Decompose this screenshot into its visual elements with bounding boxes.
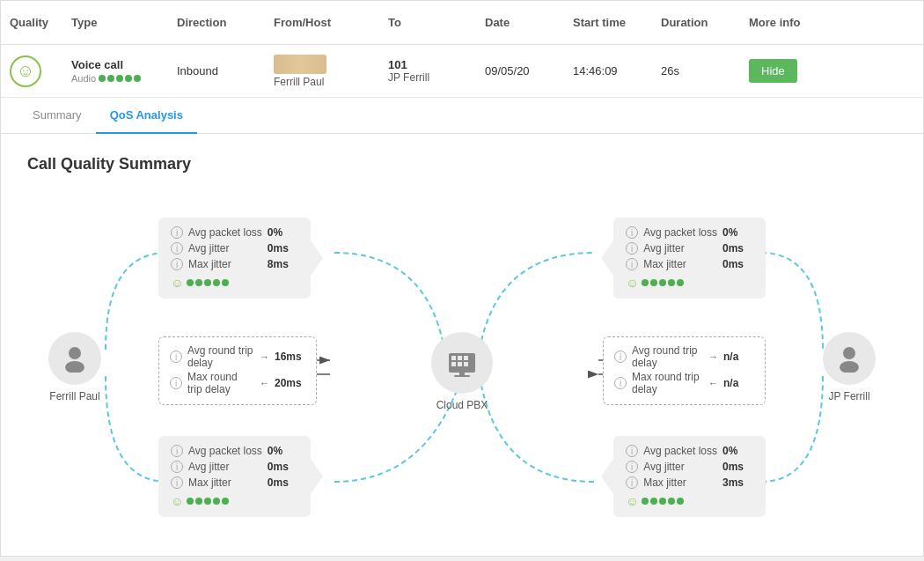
rt-max-info-icon-right: i <box>614 377 627 389</box>
rt-max-label-left: Max round trip delay <box>187 371 254 395</box>
stat-row-mj-tl: i Max jitter 8ms <box>171 258 298 270</box>
call-record-row: ☺ Voice call Audio Inbound Ferrill Paul <box>1 45 923 98</box>
info-icon-apl-br: i <box>626 445 638 457</box>
stat-label-apl-bl: Avg packet loss <box>188 445 262 457</box>
stat-label-mj-tl: Max jitter <box>188 258 262 270</box>
stat-row-mj-bl: i Max jitter 0ms <box>171 476 298 489</box>
stat-val-aj-bl: 0ms <box>268 461 298 473</box>
person-left-icon <box>48 332 101 385</box>
quality-dots <box>99 75 141 82</box>
info-icon-mj-tr: i <box>626 258 638 270</box>
stat-val-mj-tr: 0ms <box>722 258 753 270</box>
stat-row-apl-tr: i Avg packet loss 0% <box>626 226 753 239</box>
stat-label-aj-tr: Avg jitter <box>643 242 717 255</box>
stats-bottom-left: i Avg packet loss 0% i Avg jitter 0ms i … <box>158 436 311 517</box>
to-number: 101 <box>388 58 485 71</box>
smiley-icon-br: ☺ <box>626 494 638 508</box>
dots-tr <box>642 279 684 286</box>
col-type-header: Type <box>71 16 177 29</box>
duration-value: 26s <box>661 64 679 78</box>
stats-top-right: i Avg packet loss 0% i Avg jitter 0ms i … <box>613 218 766 299</box>
quality-indicator-tr: ☺ <box>626 276 753 290</box>
stat-label-apl-br: Avg packet loss <box>643 445 717 457</box>
stat-val-mj-br: 3ms <box>722 476 753 489</box>
svg-rect-14 <box>464 362 468 366</box>
dot-4 <box>125 75 132 82</box>
stat-val-aj-br: 0ms <box>722 461 753 473</box>
svg-point-6 <box>69 347 81 359</box>
stat-val-apl-br: 0% <box>722 445 753 457</box>
quality-indicator-bl: ☺ <box>171 494 298 508</box>
stat-row-mj-br: i Max jitter 3ms <box>626 476 753 489</box>
roundtrip-right: i Avg round trip delay → n/a i Max round… <box>603 336 766 405</box>
stat-label-mj-tr: Max jitter <box>643 258 717 270</box>
tab-summary[interactable]: Summary <box>18 98 96 134</box>
stat-val-aj-tr: 0ms <box>722 242 753 255</box>
dot-2 <box>107 75 114 82</box>
rt-arrow-left-left: ← <box>260 378 269 388</box>
date-cell: 09/05/20 <box>485 64 573 78</box>
dot-1 <box>99 75 106 82</box>
svg-point-18 <box>840 361 859 373</box>
person-left-label: Ferrill Paul <box>49 390 99 402</box>
smiley-icon-tl: ☺ <box>171 276 183 290</box>
stat-val-apl-bl: 0% <box>268 445 298 457</box>
stat-row-apl-tl: i Avg packet loss 0% <box>171 226 298 239</box>
svg-point-7 <box>65 361 84 373</box>
hide-button[interactable]: Hide <box>749 59 797 83</box>
rt-max-val-left: 20ms <box>275 377 305 389</box>
tab-bar: Summary QoS Analysis <box>1 98 923 134</box>
pbx-icon <box>431 332 493 394</box>
fromhost-cell: Ferrill Paul <box>274 55 388 88</box>
direction-cell: Inbound <box>177 64 274 78</box>
rt-arrow-left-right: ← <box>708 378 718 388</box>
quality-indicator-tl: ☺ <box>171 276 298 290</box>
svg-point-17 <box>843 347 855 359</box>
rt-max-row-right: i Max round trip delay ← n/a <box>614 371 754 395</box>
rt-arrow-right-right: → <box>708 351 718 362</box>
stat-row-aj-br: i Avg jitter 0ms <box>626 461 753 473</box>
rt-max-label-right: Max round trip delay <box>632 371 703 395</box>
dot-5 <box>134 75 141 82</box>
col-starttime-header: Start time <box>573 16 661 29</box>
rt-info-icon-right: i <box>614 351 627 363</box>
stat-label-mj-bl: Max jitter <box>188 476 262 489</box>
rt-arrow-right-left: → <box>260 351 269 362</box>
stats-bottom-right: i Avg packet loss 0% i Avg jitter 0ms i … <box>613 436 766 517</box>
call-quality-diagram: Ferrill Paul i Avg packet loss 0% i Avg … <box>31 200 893 535</box>
col-duration-header: Duration <box>661 16 749 29</box>
stat-val-apl-tl: 0% <box>268 226 298 239</box>
stat-row-mj-tr: i Max jitter 0ms <box>626 258 753 270</box>
stat-label-mj-br: Max jitter <box>643 476 717 489</box>
person-right: JP Ferrill <box>823 332 876 402</box>
stat-val-apl-tr: 0% <box>722 226 753 239</box>
rt-avg-row-right: i Avg round trip delay → n/a <box>614 344 754 369</box>
col-quality-header: Quality <box>10 16 71 29</box>
rt-max-row-left: i Max round trip delay ← 20ms <box>170 371 305 395</box>
main-container: Quality Type Direction From/Host To Date… <box>0 0 924 557</box>
svg-rect-12 <box>451 362 456 366</box>
stat-val-mj-bl: 0ms <box>268 476 298 489</box>
info-icon-aj-br: i <box>626 461 638 473</box>
type-cell: Voice call Audio <box>71 58 177 84</box>
to-name: JP Ferrill <box>388 71 485 84</box>
col-direction-header: Direction <box>177 16 274 29</box>
call-type-sub: Audio <box>71 73 177 84</box>
starttime-value: 14:46:09 <box>573 64 618 78</box>
col-fromhost-header: From/Host <box>274 16 388 29</box>
rt-avg-label-right: Avg round trip delay <box>632 344 703 369</box>
stat-row-aj-tl: i Avg jitter 0ms <box>171 242 298 255</box>
main-content: Call Quality Summary <box>1 134 923 556</box>
section-title: Call Quality Summary <box>27 155 897 173</box>
info-icon-aj-tr: i <box>626 242 638 255</box>
cloud-pbx: Cloud PBX <box>431 332 493 411</box>
svg-rect-11 <box>464 356 468 360</box>
tab-qos-analysis[interactable]: QoS Analysis <box>96 98 197 134</box>
quality-indicator-br: ☺ <box>626 494 753 508</box>
col-to-header: To <box>388 16 485 29</box>
info-icon-mj-br: i <box>626 476 638 489</box>
stat-row-aj-bl: i Avg jitter 0ms <box>171 461 298 473</box>
call-type-label: Voice call <box>71 58 177 71</box>
smiley-icon-tr: ☺ <box>626 276 638 290</box>
stat-label-aj-bl: Avg jitter <box>188 461 262 473</box>
